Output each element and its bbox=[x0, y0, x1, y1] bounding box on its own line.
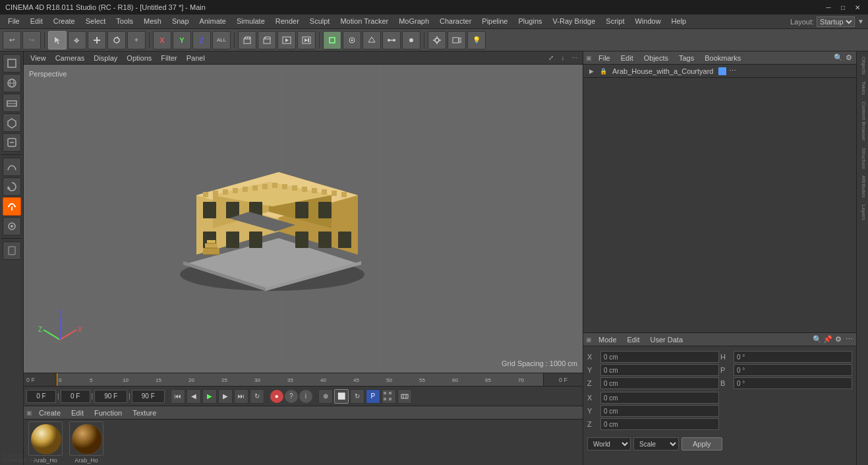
timeline-area[interactable]: 0 5 10 15 20 25 30 35 40 45 50 55 60 65 … bbox=[57, 373, 543, 386]
maximize-button[interactable]: □ bbox=[838, 3, 848, 12]
attr-menu-mode[interactable]: Mode bbox=[594, 334, 621, 345]
universal-transform-button[interactable]: + bbox=[127, 31, 146, 49]
apply-button[interactable]: Apply bbox=[681, 437, 722, 450]
rotate-tool-button[interactable] bbox=[107, 31, 126, 49]
coord-x-pos-input[interactable] bbox=[604, 354, 709, 361]
record-button[interactable]: ● bbox=[270, 390, 283, 403]
attr-menu-userdata[interactable]: User Data bbox=[647, 334, 687, 345]
menu-create[interactable]: Create bbox=[48, 16, 80, 26]
point-mode-button[interactable] bbox=[402, 31, 420, 49]
edge-mode-button[interactable] bbox=[382, 31, 401, 49]
next-frame-button[interactable]: ▶ bbox=[218, 389, 233, 404]
menu-select[interactable]: Select bbox=[80, 16, 111, 26]
coord-b-rot-input[interactable] bbox=[737, 380, 849, 387]
render-playback-button[interactable] bbox=[277, 31, 296, 49]
bezier-tool-button[interactable] bbox=[3, 158, 21, 176]
menu-vray[interactable]: V-Ray Bridge bbox=[548, 16, 601, 26]
coord-y-size-input[interactable] bbox=[604, 408, 716, 415]
object-mode-button[interactable] bbox=[323, 31, 341, 49]
scale-tool-button[interactable] bbox=[88, 31, 106, 49]
paint-tool-button[interactable] bbox=[3, 217, 21, 235]
info-button[interactable]: i bbox=[299, 390, 312, 403]
material-item-2[interactable]: Arab_Ho bbox=[67, 421, 105, 464]
obj-menu-bookmarks[interactable]: Bookmarks bbox=[701, 53, 745, 63]
play-button[interactable]: ▶ bbox=[202, 389, 217, 404]
loop-button[interactable]: ↻ bbox=[250, 389, 264, 404]
polygon-mode-button[interactable] bbox=[362, 31, 381, 49]
menu-character[interactable]: Character bbox=[434, 16, 477, 26]
axis-y-button[interactable]: Y bbox=[173, 31, 191, 49]
viewport-icon-more[interactable]: ⋯ bbox=[569, 53, 580, 63]
viewport-icon-expand[interactable]: ⤢ bbox=[546, 53, 556, 63]
obj-menu-file[interactable]: File bbox=[594, 53, 614, 63]
viewport-menu-panel[interactable]: Panel bbox=[183, 53, 209, 63]
redo-button[interactable]: ↪ bbox=[22, 31, 41, 49]
dope-sheet-button[interactable] bbox=[382, 389, 396, 404]
motion-clip-button[interactable] bbox=[397, 389, 412, 404]
attr-menu-edit[interactable]: Edit bbox=[623, 334, 644, 345]
mat-menu-edit[interactable]: Edit bbox=[67, 408, 88, 418]
coord-y-pos-input[interactable] bbox=[604, 367, 716, 374]
light-button[interactable]: 💡 bbox=[467, 31, 486, 49]
menu-simulate[interactable]: Simulate bbox=[231, 16, 270, 26]
world-dropdown[interactable]: World Object Camera bbox=[587, 437, 631, 450]
minimize-button[interactable]: ─ bbox=[823, 3, 834, 12]
attr-search-icon[interactable]: 🔍 bbox=[813, 335, 822, 344]
menu-plugins[interactable]: Plugins bbox=[513, 16, 547, 26]
layout-select[interactable]: Startup bbox=[817, 16, 855, 27]
lock-button[interactable] bbox=[3, 241, 21, 260]
snap-button[interactable] bbox=[428, 31, 446, 49]
axis-x-button[interactable]: X bbox=[153, 31, 171, 49]
menu-window[interactable]: Window bbox=[629, 16, 666, 26]
goto-end-button[interactable]: ⏭ bbox=[234, 389, 248, 404]
render-region-button[interactable] bbox=[258, 31, 276, 49]
sidebar-tab-takes[interactable]: Takes bbox=[857, 78, 868, 98]
goto-start-button[interactable]: ⏮ bbox=[171, 389, 185, 404]
motion-snap-button[interactable]: ⊕ bbox=[318, 389, 333, 404]
menu-mograph[interactable]: MoGraph bbox=[393, 16, 434, 26]
menu-animate[interactable]: Animate bbox=[194, 16, 231, 26]
viewport-menu-filter[interactable]: Filter bbox=[157, 53, 181, 63]
menu-mesh[interactable]: Mesh bbox=[138, 16, 167, 26]
camera-button[interactable] bbox=[448, 31, 466, 49]
prev-frame-button[interactable]: ◀ bbox=[187, 389, 201, 404]
mat-menu-create[interactable]: Create bbox=[35, 408, 65, 418]
texture-mode-button[interactable] bbox=[3, 74, 21, 92]
menu-sculpt[interactable]: Sculpt bbox=[304, 16, 335, 26]
sidebar-tab-layers[interactable]: Layers bbox=[857, 202, 868, 223]
powerslider-button[interactable]: P bbox=[366, 389, 380, 404]
obj-menu-icon[interactable]: ⋯ bbox=[728, 67, 737, 76]
sidebar-tab-attributes[interactable]: Attributes bbox=[857, 173, 868, 201]
viewport-menu-options[interactable]: Options bbox=[123, 53, 156, 63]
rotate-left-button[interactable] bbox=[3, 177, 21, 196]
viewport-menu-cameras[interactable]: Cameras bbox=[51, 53, 89, 63]
object-mode-left-button[interactable] bbox=[3, 113, 21, 132]
scale-dropdown[interactable]: Scale Absolute bbox=[633, 437, 679, 450]
attr-more-icon[interactable]: ⋯ bbox=[844, 335, 854, 344]
menu-script[interactable]: Script bbox=[600, 16, 629, 26]
material-thumb-2[interactable] bbox=[69, 421, 103, 456]
obj-menu-objects[interactable]: Objects bbox=[640, 53, 672, 63]
menu-pipeline[interactable]: Pipeline bbox=[477, 16, 513, 26]
mat-menu-function[interactable]: Function bbox=[90, 408, 126, 418]
axis-z-button[interactable]: Z bbox=[192, 31, 211, 49]
menu-motion-tracker[interactable]: Motion Tracker bbox=[335, 16, 393, 26]
coord-z-pos-input[interactable] bbox=[604, 380, 716, 387]
model-mode-button[interactable] bbox=[3, 54, 21, 73]
obj-menu-tags[interactable]: Tags bbox=[675, 53, 698, 63]
menu-help[interactable]: Help bbox=[666, 16, 692, 26]
render-button[interactable] bbox=[297, 31, 316, 49]
frame-start-input[interactable] bbox=[26, 390, 56, 403]
menu-snap[interactable]: Snap bbox=[167, 16, 194, 26]
undo-button[interactable]: ↩ bbox=[3, 31, 21, 49]
magnet-tool-button[interactable] bbox=[3, 197, 21, 216]
frame-end-input[interactable] bbox=[94, 390, 127, 403]
material-thumb-1[interactable] bbox=[28, 421, 63, 456]
all-axis-button[interactable]: ALL bbox=[212, 31, 231, 49]
coord-z-size-input[interactable] bbox=[604, 421, 716, 428]
sidebar-tab-structure[interactable]: Structure bbox=[857, 145, 868, 171]
select-tool-button[interactable] bbox=[48, 31, 67, 49]
close-button[interactable]: ✕ bbox=[852, 3, 863, 12]
viewport-icon-down[interactable]: ↓ bbox=[558, 53, 568, 63]
attr-settings-icon[interactable]: ⚙ bbox=[834, 335, 843, 344]
